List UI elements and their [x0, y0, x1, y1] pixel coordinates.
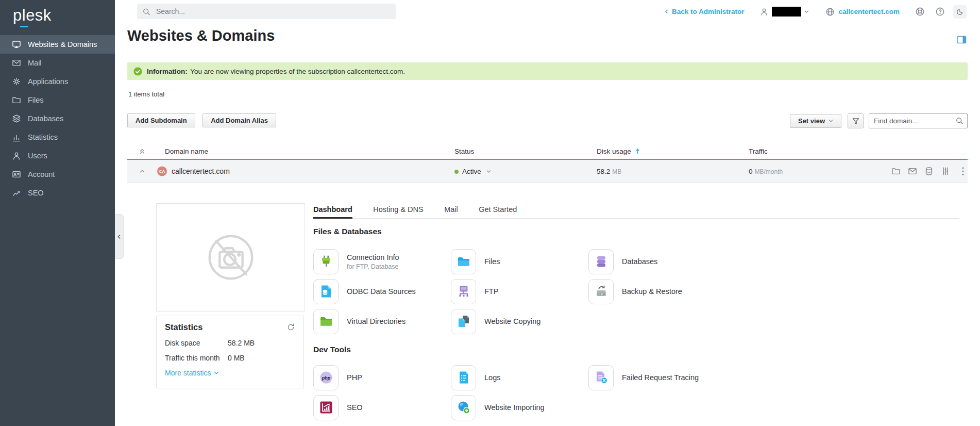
tool-logs[interactable]: Logs: [451, 363, 588, 392]
plesk-logo[interactable]: plesk: [0, 0, 115, 25]
tool-backup-restore[interactable]: Backup & Restore: [588, 276, 682, 306]
row-collapse-icon[interactable]: [139, 168, 145, 174]
settings-sliders-icon[interactable]: [941, 167, 950, 176]
moon-icon: [956, 8, 964, 15]
section-title-files-databases: Files & Databases: [313, 227, 382, 236]
tool-files[interactable]: Files: [451, 247, 588, 276]
help-icon[interactable]: [935, 7, 945, 17]
list-toolbar-right: Set view: [790, 113, 968, 128]
databases-icon: [588, 249, 614, 274]
files-icon: [451, 249, 476, 274]
tool-label: Failed Request Tracing: [622, 373, 699, 382]
tool-website-copying[interactable]: Website Copying: [451, 306, 588, 336]
search-icon: [142, 7, 150, 16]
tool-php[interactable]: php PHP: [313, 363, 451, 392]
chevron-down-icon: [804, 9, 809, 14]
sidebar-item-databases[interactable]: Databases: [0, 109, 115, 128]
gear-icon: [12, 77, 21, 86]
mail-shortcut-icon[interactable]: [908, 167, 917, 176]
global-search[interactable]: [137, 4, 396, 19]
find-domain-input[interactable]: [869, 117, 967, 125]
sidebar-item-websites-domains[interactable]: Websites & Domains: [0, 35, 115, 54]
tool-failed-request-tracing[interactable]: Failed Request Tracing: [588, 363, 699, 392]
tool-ftp[interactable]: FTP: [451, 276, 588, 306]
chevron-down-icon: [829, 119, 833, 123]
tab-dashboard[interactable]: Dashboard: [313, 205, 352, 219]
chevron-left-icon: [116, 234, 122, 239]
sidebar-item-users[interactable]: Users: [0, 146, 115, 165]
find-domain-box[interactable]: [869, 113, 968, 128]
tab-mail[interactable]: Mail: [444, 205, 458, 217]
funnel-icon: [852, 117, 860, 125]
add-domain-alias-button[interactable]: Add Domain Alias: [202, 113, 276, 127]
kebab-menu-icon[interactable]: [961, 167, 965, 176]
site-preview-card[interactable]: [156, 203, 305, 312]
tool-label: ODBC Data Sources: [347, 287, 416, 296]
tool-seo[interactable]: SEO: [313, 392, 451, 422]
tab-hosting-dns[interactable]: Hosting & DNS: [373, 205, 424, 217]
website-copying-icon: [451, 309, 476, 334]
topbar: Back to Administrator callcentertect.com: [115, 0, 980, 24]
sidebar-item-mail[interactable]: Mail: [0, 54, 115, 72]
column-label: Disk usage: [597, 147, 631, 155]
user-menu[interactable]: [759, 7, 809, 17]
tool-website-importing[interactable]: Website Importing: [451, 392, 588, 422]
refresh-icon[interactable]: [286, 323, 295, 332]
sidebar-item-label: Applications: [28, 77, 68, 86]
stat-value: 58.2 MB: [228, 339, 295, 347]
more-statistics-link[interactable]: More statistics: [165, 369, 295, 377]
sidebar-item-account[interactable]: Account: [0, 165, 115, 184]
tool-virtual-directories[interactable]: Virtual Directories: [313, 306, 451, 336]
back-to-administrator-link[interactable]: Back to Administrator: [664, 8, 745, 15]
add-subdomain-button[interactable]: Add Subdomain: [127, 113, 195, 127]
tab-get-started[interactable]: Get Started: [479, 205, 517, 217]
globe-icon: [825, 7, 835, 17]
domain-name-link[interactable]: callcentertect.com: [172, 167, 230, 175]
collapse-all-icon[interactable]: [139, 148, 145, 154]
chevron-down-icon: [214, 370, 219, 375]
subscription-link[interactable]: callcentertect.com: [825, 7, 900, 17]
table-header: Domain name Status Disk usage Traffic: [127, 143, 968, 160]
tool-odbc-data-sources[interactable]: ODBC Data Sources: [313, 276, 451, 306]
main-content: Websites & Domains Information: You are …: [115, 23, 980, 426]
bar-chart-icon: [12, 133, 21, 142]
sidebar-item-files[interactable]: Files: [0, 91, 115, 109]
sidebar-item-label: Account: [28, 170, 55, 178]
search-input[interactable]: [155, 7, 391, 16]
status-dot: [454, 170, 459, 174]
sidebar-item-seo[interactable]: SEO: [0, 184, 115, 202]
info-banner: Information: You are now viewing propert…: [127, 62, 968, 80]
disk-usage-value: 58.2MB: [597, 167, 621, 176]
tool-label: FTP: [484, 287, 498, 296]
filter-button[interactable]: [848, 113, 864, 128]
person-icon: [12, 151, 21, 160]
sidebar-collapse-handle[interactable]: [115, 214, 124, 259]
tool-connection-info[interactable]: Connection Info for FTP, Database: [313, 247, 451, 276]
page-title: Websites & Domains: [127, 27, 275, 44]
folder-icon: [12, 95, 21, 105]
domain-row[interactable]: CA callcentertect.com Active 58.2MB 0MB/…: [127, 160, 968, 183]
status-label: Active: [462, 168, 481, 175]
svg-text:php: php: [321, 375, 330, 381]
column-traffic[interactable]: Traffic: [749, 147, 768, 155]
redacted-username: [772, 7, 801, 17]
dark-mode-toggle[interactable]: [953, 5, 967, 19]
sidebar-item-label: Databases: [28, 114, 63, 123]
column-domain-name[interactable]: Domain name: [165, 147, 208, 155]
column-disk-usage[interactable]: Disk usage: [597, 147, 640, 155]
tool-label: Connection Info: [347, 253, 399, 261]
side-panel-toggle-icon[interactable]: [957, 36, 967, 44]
row-actions: [891, 167, 965, 176]
set-view-button[interactable]: Set view: [790, 114, 841, 128]
status-badge[interactable]: Active: [454, 167, 491, 176]
files-shortcut-icon[interactable]: [891, 167, 901, 176]
tool-label: Website Importing: [484, 403, 545, 412]
support-lifebuoy-icon[interactable]: [915, 7, 925, 17]
column-status[interactable]: Status: [454, 147, 474, 155]
success-check-icon: [133, 67, 142, 76]
sidebar-item-applications[interactable]: Applications: [0, 72, 115, 91]
sidebar-item-statistics[interactable]: Statistics: [0, 128, 115, 146]
database-shortcut-icon[interactable]: [924, 167, 934, 176]
tool-databases[interactable]: Databases: [588, 247, 682, 276]
connection-info-icon: [313, 249, 339, 274]
